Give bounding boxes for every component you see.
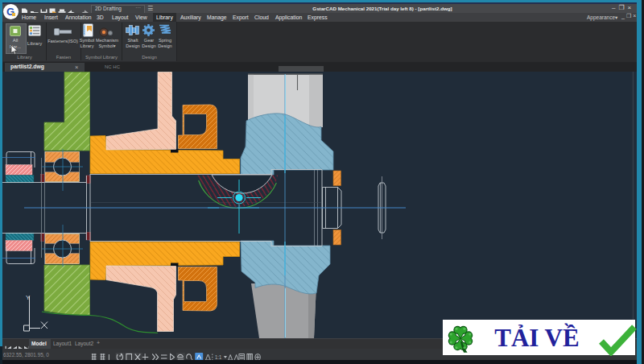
svg-text:Y: Y — [26, 294, 31, 301]
